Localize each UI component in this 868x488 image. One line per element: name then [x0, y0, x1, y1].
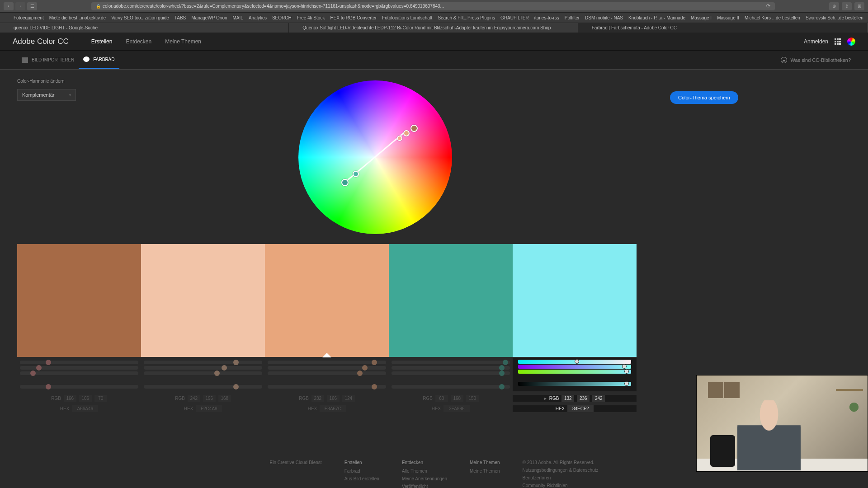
brightness-slider[interactable]: [144, 385, 262, 389]
b-gradient-slider[interactable]: [518, 370, 631, 374]
bookmark-item[interactable]: Fotolocations Landschaft: [382, 15, 432, 20]
bookmark-item[interactable]: HEX to RGB Converter: [330, 15, 377, 20]
footer-link[interactable]: Meine Anerkennungen: [402, 476, 447, 481]
login-link[interactable]: Anmelden: [804, 38, 828, 45]
cc-libraries-link[interactable]: ☁ Was sind CC-Bibliotheken?: [781, 57, 851, 63]
color-swatch[interactable]: [513, 244, 637, 357]
g-slider[interactable]: [392, 366, 510, 370]
hex-input[interactable]: [320, 405, 346, 412]
share-icon[interactable]: ⇪: [842, 2, 852, 10]
hex-input[interactable]: [567, 405, 594, 412]
b-input[interactable]: [218, 395, 231, 402]
color-swatch[interactable]: [265, 244, 389, 357]
r-input[interactable]: [561, 395, 574, 402]
browser-tab[interactable]: Quenox Softlight LED-Videoleuchte LEDP-1…: [289, 23, 578, 33]
g-slider[interactable]: [268, 366, 386, 370]
r-input[interactable]: [311, 395, 324, 402]
nav-tab-explore[interactable]: Entdecken: [126, 38, 151, 45]
brightness-gradient-slider[interactable]: [518, 382, 631, 386]
hex-input[interactable]: [72, 405, 98, 412]
browser-tab[interactable]: quenox LED VIDE LIGHT - Google-Suche: [0, 23, 289, 33]
bookmark-item[interactable]: Miete die best...inobjektiv.de: [49, 15, 106, 20]
r-gradient-slider[interactable]: [518, 360, 631, 364]
footer-link[interactable]: Community-Richtlinien: [523, 483, 599, 488]
bookmark-item[interactable]: MAIL: [233, 15, 243, 20]
smartsearch-icon[interactable]: ⊕: [829, 2, 839, 10]
color-wheel[interactable]: [298, 80, 452, 234]
footer-link[interactable]: Veröffentlicht: [402, 484, 447, 488]
r-input[interactable]: [435, 395, 448, 402]
r-slider[interactable]: [20, 361, 138, 364]
brightness-slider[interactable]: [268, 385, 386, 389]
g-input[interactable]: [79, 395, 92, 402]
mode-arrow-icon[interactable]: ▸: [544, 396, 547, 401]
bookmark-item[interactable]: Varvy SEO too...zation guide: [111, 15, 169, 20]
g-input[interactable]: [203, 395, 216, 402]
nav-tab-create[interactable]: Erstellen: [91, 38, 113, 45]
wheel-marker[interactable]: [353, 171, 359, 177]
bookmark-item[interactable]: Polfilter: [565, 15, 580, 20]
r-slider[interactable]: [268, 361, 386, 364]
color-swatch[interactable]: [17, 244, 141, 357]
bookmark-item[interactable]: TABS: [175, 15, 186, 20]
g-slider[interactable]: [20, 366, 138, 370]
b-slider[interactable]: [268, 371, 386, 375]
nav-tab-mythemes[interactable]: Meine Themen: [165, 38, 201, 45]
r-slider[interactable]: [392, 361, 510, 364]
footer-link[interactable]: Benutzerforen: [523, 475, 599, 480]
apps-icon[interactable]: [5, 14, 5, 21]
forward-button[interactable]: ›: [15, 2, 25, 10]
footer-link[interactable]: Nutzungsbedingungen & Datenschutz: [523, 468, 599, 473]
b-input[interactable]: [342, 395, 355, 402]
g-gradient-slider[interactable]: [518, 365, 631, 369]
grid-icon[interactable]: [835, 38, 841, 45]
footer-link[interactable]: Aus Bild erstellen: [344, 476, 379, 481]
browser-tab[interactable]: Farbrad | Farbschemata - Adobe Color CC: [578, 23, 867, 33]
bookmark-item[interactable]: Free 4k Stock: [297, 15, 325, 20]
hex-input[interactable]: [443, 405, 470, 412]
sidebar-button[interactable]: ☰: [27, 2, 37, 10]
g-input[interactable]: [451, 395, 463, 402]
bookmark-item[interactable]: Search & Filt...Press Plugins: [438, 15, 495, 20]
b-input[interactable]: [466, 395, 479, 402]
bookmark-item[interactable]: Massage I: [691, 15, 712, 20]
hex-input[interactable]: [196, 405, 222, 412]
reload-icon[interactable]: ⟳: [766, 3, 770, 9]
bookmark-item[interactable]: Fotoequipment: [14, 15, 44, 20]
wheel-marker[interactable]: [341, 179, 349, 186]
wheel-marker[interactable]: [410, 125, 418, 132]
b-input[interactable]: [592, 395, 605, 402]
bookmark-item[interactable]: Swarovski Sch...de bestellen: [806, 15, 863, 20]
footer-link[interactable]: Farbrad: [344, 469, 379, 474]
bookmark-item[interactable]: SEORCH: [272, 15, 292, 20]
wheel-marker[interactable]: [397, 136, 402, 141]
b-slider[interactable]: [144, 371, 262, 375]
tab-color-wheel[interactable]: FARBRAD: [79, 51, 119, 69]
brightness-slider[interactable]: [392, 385, 510, 389]
b-slider[interactable]: [392, 371, 510, 375]
g-slider[interactable]: [144, 366, 262, 370]
b-input[interactable]: [94, 395, 107, 402]
back-button[interactable]: ‹: [4, 2, 14, 10]
cc-logo-icon[interactable]: [847, 38, 855, 46]
tab-import-image[interactable]: BILD IMPORTIEREN: [17, 51, 79, 69]
b-slider[interactable]: [20, 371, 138, 375]
bookmark-item[interactable]: GRAUFILTER: [500, 15, 529, 20]
footer-link[interactable]: Meine Themen: [470, 469, 500, 474]
color-swatch[interactable]: [141, 244, 265, 357]
bookmark-item[interactable]: Knoblauch - P...a - Marinade: [628, 15, 685, 20]
bookmark-item[interactable]: ManageWP Orion: [191, 15, 227, 20]
save-theme-button[interactable]: Color-Thema speichern: [670, 91, 738, 104]
harmony-dropdown[interactable]: Komplementär ▾: [17, 89, 76, 101]
wheel-marker[interactable]: [403, 130, 410, 136]
r-input[interactable]: [188, 395, 200, 402]
bookmark-item[interactable]: Massage II: [717, 15, 739, 20]
bookmark-item[interactable]: Michael Kors ...de bestellen: [745, 15, 800, 20]
color-swatch[interactable]: [389, 244, 513, 357]
tabs-icon[interactable]: ⊞: [854, 2, 864, 10]
bookmark-item[interactable]: Analytics: [249, 15, 267, 20]
bookmark-item[interactable]: DSM mobile - NAS: [585, 15, 623, 20]
r-slider[interactable]: [144, 361, 262, 364]
footer-link[interactable]: Alle Themen: [402, 469, 447, 474]
g-input[interactable]: [327, 395, 340, 402]
